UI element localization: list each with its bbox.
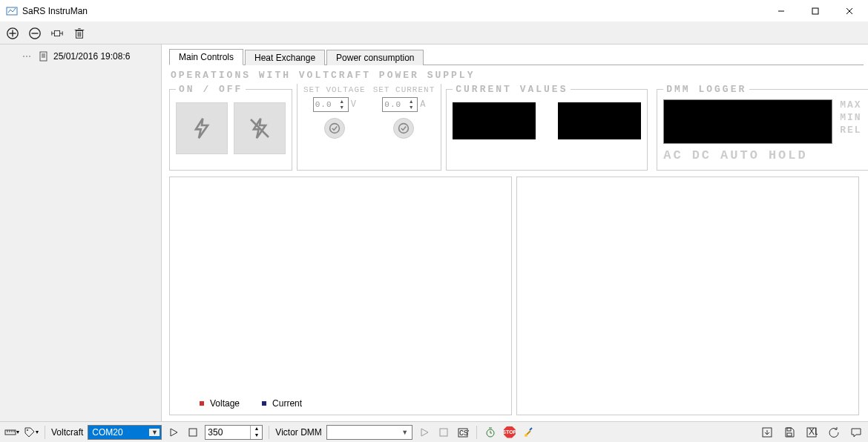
titlebar: SaRS InstruMan (0, 0, 868, 22)
dmm-logger-group: DMM LOGGER MAX MIN REL AC DC AUTO HOLD (657, 84, 868, 171)
voltcraft-stop-button[interactable] (185, 425, 200, 440)
save-button[interactable] (782, 425, 797, 440)
add-button[interactable] (4, 25, 21, 42)
dmm-max-label: MAX (840, 99, 861, 110)
section-title-operations: OPERATIONS WITH VOLTCRAFT POWER SUPPLY (171, 70, 858, 81)
voltage-unit: V (351, 99, 356, 110)
legend-current: Current (262, 398, 302, 409)
device-button[interactable] (49, 25, 65, 42)
dmm-dc-label: DC (692, 148, 711, 162)
export-xls-button[interactable]: XL (804, 425, 819, 440)
dmm-hold-label: HOLD (769, 148, 808, 162)
svg-rect-2 (812, 8, 818, 14)
current-values-legend: CURRENT VALUES (453, 84, 571, 95)
svg-text:csv: csv (459, 427, 469, 438)
apply-current-button[interactable] (393, 118, 414, 139)
power-on-button[interactable] (176, 102, 228, 154)
voltage-input[interactable]: 0.0 ▲▼ (313, 97, 349, 112)
chart-left: Voltage Current (169, 177, 512, 415)
apply-voltage-button[interactable] (324, 118, 345, 139)
current-up[interactable]: ▲ (407, 99, 415, 105)
window-title: SaRS InstruMan (22, 6, 764, 16)
voltcraft-label: Voltcraft (51, 427, 83, 438)
bolt-off-icon (248, 116, 272, 140)
set-group: SET VOLTAGE 0.0 ▲▼ V SE (297, 84, 441, 171)
ruler-button[interactable]: ▾ (4, 425, 19, 440)
interval-input[interactable]: 350 ▲▼ (205, 425, 263, 440)
status-bar: ▾ ▾ Voltcraft COM20 ▼ 350 ▲▼ Victor DMM … (0, 421, 868, 442)
interval-down[interactable]: ▼ (251, 432, 262, 439)
refresh-button[interactable] (826, 425, 841, 440)
sidebar: 25/01/2016 19:08:6 (0, 44, 162, 421)
tab-bar: Main Controls Heat Exchange Power consum… (169, 47, 864, 65)
check-icon (329, 122, 341, 134)
dmm-legend: DMM LOGGER (663, 84, 749, 95)
victor-play-button[interactable] (417, 425, 432, 440)
svg-marker-37 (421, 429, 428, 436)
tree-item-session[interactable]: 25/01/2016 19:08:6 (0, 49, 161, 64)
bolt-icon (190, 116, 214, 140)
tree-expand-icon (22, 51, 34, 62)
svg-point-34 (27, 429, 28, 431)
current-value-voltage-display (453, 102, 536, 139)
current-value-current-display (558, 102, 641, 139)
svg-point-27 (399, 124, 409, 133)
svg-rect-10 (54, 30, 59, 36)
power-off-button[interactable] (234, 102, 286, 154)
victor-label: Victor DMM (275, 427, 321, 438)
svg-rect-38 (440, 429, 447, 436)
maximize-button[interactable] (798, 0, 832, 22)
export-csv-button[interactable]: csv (456, 425, 470, 440)
onoff-group: ON / OFF (169, 84, 292, 171)
dmm-min-label: MIN (840, 112, 861, 123)
svg-point-45 (525, 434, 527, 437)
voltage-up[interactable]: ▲ (338, 99, 346, 105)
remove-button[interactable] (27, 25, 43, 42)
victor-stop-button[interactable] (436, 425, 451, 440)
legend-voltage: Voltage (200, 398, 240, 409)
minimize-button[interactable] (764, 0, 798, 22)
onoff-legend: ON / OFF (176, 84, 246, 95)
interval-up[interactable]: ▲ (251, 426, 262, 432)
chart-right (516, 177, 859, 415)
set-current-label: SET CURRENT (373, 85, 435, 94)
svg-text:XL: XL (809, 426, 818, 437)
timer-button[interactable] (483, 425, 498, 440)
app-icon (6, 5, 18, 17)
stop-icon: STOP (504, 426, 516, 438)
current-input[interactable]: 0.0 ▲▼ (382, 97, 418, 112)
tab-main-controls[interactable]: Main Controls (169, 49, 243, 65)
victor-port-combo[interactable]: ▼ (326, 425, 412, 440)
current-values-group: CURRENT VALUES (446, 84, 648, 171)
check-icon (398, 122, 410, 134)
svg-marker-33 (25, 428, 34, 437)
svg-rect-21 (40, 52, 47, 61)
toolbar (0, 22, 868, 44)
voltcraft-port-combo[interactable]: COM20 ▼ (88, 425, 162, 440)
tag-button[interactable]: ▾ (24, 425, 39, 440)
svg-point-26 (329, 124, 339, 133)
voltcraft-play-button[interactable] (166, 425, 181, 440)
clean-button[interactable] (522, 425, 536, 440)
current-unit: A (420, 99, 425, 110)
set-voltage-label: SET VOLTAGE (303, 85, 366, 94)
tab-power-consumption[interactable]: Power consumption (326, 50, 424, 65)
tree-item-label: 25/01/2016 19:08:6 (53, 51, 130, 62)
current-down[interactable]: ▼ (407, 105, 415, 110)
svg-marker-35 (171, 429, 177, 436)
svg-rect-36 (189, 429, 197, 436)
dmm-auto-label: AUTO (720, 148, 760, 162)
comment-button[interactable] (849, 425, 864, 440)
emergency-stop-button[interactable]: STOP (502, 425, 517, 440)
delete-button[interactable] (71, 25, 88, 42)
import-button[interactable] (760, 425, 775, 440)
svg-rect-47 (787, 433, 792, 436)
dmm-ac-label: AC (663, 148, 683, 162)
dmm-rel-label: REL (840, 125, 861, 136)
close-button[interactable] (832, 0, 867, 22)
tab-heat-exchange[interactable]: Heat Exchange (245, 50, 325, 65)
dmm-display (663, 99, 832, 144)
svg-rect-48 (787, 428, 791, 431)
chevron-down-icon: ▼ (400, 429, 410, 436)
voltage-down[interactable]: ▼ (338, 105, 346, 110)
